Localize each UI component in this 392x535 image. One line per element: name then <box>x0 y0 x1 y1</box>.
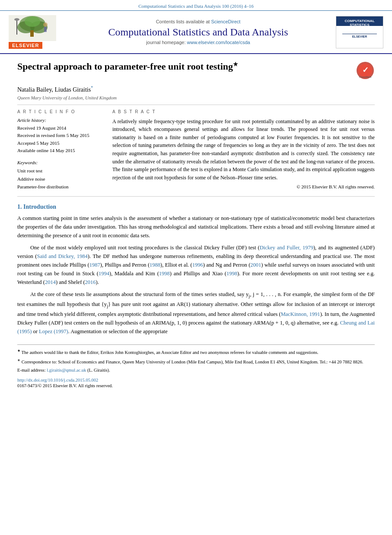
abstract-copyright: © 2015 Elsevier B.V. All rights reserved… <box>112 184 375 189</box>
sciencedirect-link[interactable]: ScienceDirect <box>211 19 240 24</box>
page: Computational Statistics and Data Analys… <box>0 0 392 535</box>
footnote-asterisk: ∗ Correspondence to: School of Economics… <box>17 358 375 365</box>
available-date: Available online 14 May 2015 <box>17 147 104 155</box>
article-info-label: A R T I C L E I N F O <box>17 109 104 114</box>
ref-mackinnon-1991[interactable]: MacKinnon, 1991 <box>281 311 320 317</box>
csda-logo-top: COMPUTATIONAL STATISTICS & DATA ANALYSIS <box>344 18 376 32</box>
abstract-label: A B S T R A C T <box>112 109 375 114</box>
revised-date: Received in revised form 5 May 2015 <box>17 132 104 140</box>
author-star-sup: * <box>91 85 93 90</box>
journal-topbar: Computational Statistics and Data Analys… <box>0 0 392 11</box>
elsevier-tree-icon <box>9 15 56 41</box>
crossmark-icon: ✓ CrossMark <box>356 61 374 80</box>
svg-text:✓: ✓ <box>362 66 368 74</box>
svg-rect-9 <box>44 27 47 32</box>
elsevier-logo-area: ELSEVIER <box>9 15 65 49</box>
history-label: Article history: <box>17 118 104 123</box>
svg-point-5 <box>25 16 40 27</box>
journal-header: ELSEVIER Contents lists available at Sci… <box>0 11 392 54</box>
ref-phillips-xiao-1998[interactable]: 1998 <box>226 271 237 277</box>
authors-line: Natalia Bailey, Liudas Giraitis* <box>17 85 375 93</box>
ref-phillips-perron-1988[interactable]: 1988 <box>150 262 160 268</box>
svg-rect-4 <box>30 30 34 37</box>
contents-available-line: Contents lists available at ScienceDirec… <box>69 19 327 24</box>
divider-after-abstract <box>17 196 375 197</box>
footnote-star: ★ The authors would like to thank the Ed… <box>17 348 375 356</box>
ref-said-dickey-1984[interactable]: Said and Dickey, 1984 <box>37 253 88 259</box>
ref-shelef-2016[interactable]: 2016 <box>85 279 96 285</box>
journal-logo-right: COMPUTATIONAL STATISTICS & DATA ANALYSIS… <box>331 16 383 48</box>
journal-main-title: Computational Statistics and Data Analys… <box>69 26 327 38</box>
svg-rect-6 <box>16 19 17 35</box>
ref-westerlund-2014[interactable]: 2014 <box>45 279 56 285</box>
section1-heading: 1. Introduction <box>17 204 375 210</box>
intro-para1: A common starting point in time series a… <box>17 214 375 240</box>
footnote-email: E-mail address: l.giraitis@qmul.ac.uk (L… <box>17 367 375 374</box>
journal-reference: Computational Statistics and Data Analys… <box>138 3 254 9</box>
main-content: Spectral approach to parameter-free unit… <box>0 54 392 397</box>
footnotes-area: ★ The authors would like to thank the Ed… <box>17 344 375 388</box>
ref-stock-1994[interactable]: 1994 <box>99 271 109 277</box>
keyword-2: Additive noise <box>17 175 104 183</box>
article-title: Spectral approach to parameter-free unit… <box>17 61 349 73</box>
crossmark-badge: ✓ CrossMark <box>355 61 375 80</box>
svg-point-8 <box>43 22 48 27</box>
ref-dickey-fuller-1979[interactable]: Dickey and Fuller, 1979 <box>260 245 313 251</box>
article-info-abstract: A R T I C L E I N F O Article history: R… <box>17 109 375 191</box>
svg-text:CrossMark: CrossMark <box>359 76 372 78</box>
title-star: ★ <box>233 61 238 67</box>
accepted-date: Accepted 5 May 2015 <box>17 140 104 147</box>
ref-ng-perron-2001[interactable]: 2001 <box>250 262 261 268</box>
journal-title-area: Contents lists available at ScienceDirec… <box>65 19 331 45</box>
abstract-col: A B S T R A C T A relatively simple freq… <box>112 109 375 191</box>
doi-link[interactable]: http://dx.doi.org/10.1016/j.csda.2015.05… <box>17 378 98 382</box>
issn-line: 0167-9473/© 2015 Elsevier B.V. All right… <box>17 383 375 388</box>
affiliation-line: Queen Mary University of London, United … <box>17 95 375 100</box>
intro-para3: At the core of these tests lie assumptio… <box>17 290 375 336</box>
doi-section: http://dx.doi.org/10.1016/j.csda.2015.05… <box>17 376 375 383</box>
ref-maddala-kim-1998[interactable]: 1998 <box>159 271 170 277</box>
keyword-1: Unit root test <box>17 167 104 175</box>
keyword-3: Parameter-free distribution <box>17 183 104 191</box>
keywords-section: Keywords: Unit root test Additive noise … <box>17 160 104 191</box>
csda-logo-box: COMPUTATIONAL STATISTICS & DATA ANALYSIS… <box>336 16 383 48</box>
ref-phillips-1987[interactable]: 1987 <box>89 262 100 268</box>
article-info-col: A R T I C L E I N F O Article history: R… <box>17 109 104 191</box>
author-email-link[interactable]: l.giraitis@qmul.ac.uk <box>47 368 86 373</box>
abstract-text: A relatively simple frequency-type testi… <box>112 118 375 182</box>
journal-homepage-link[interactable]: www.elsevier.com/locate/csda <box>187 40 250 45</box>
ref-lopez-1997[interactable]: Lopez (1997) <box>39 328 68 334</box>
divider-after-affiliation <box>17 105 375 105</box>
intro-para2: One of the most widely employed unit roo… <box>17 243 375 287</box>
elsevier-brand-label: ELSEVIER <box>9 42 42 49</box>
csda-logo-bottom: ELSEVIER <box>342 33 377 38</box>
elsevier-logo: ELSEVIER <box>9 15 65 49</box>
ref-elliot-1996[interactable]: 1996 <box>192 262 203 268</box>
svg-point-7 <box>14 18 19 21</box>
keywords-label: Keywords: <box>17 160 104 165</box>
journal-homepage-line: journal homepage: www.elsevier.com/locat… <box>69 40 327 45</box>
article-title-section: Spectral approach to parameter-free unit… <box>17 61 375 80</box>
received-date: Received 19 August 2014 <box>17 124 104 132</box>
